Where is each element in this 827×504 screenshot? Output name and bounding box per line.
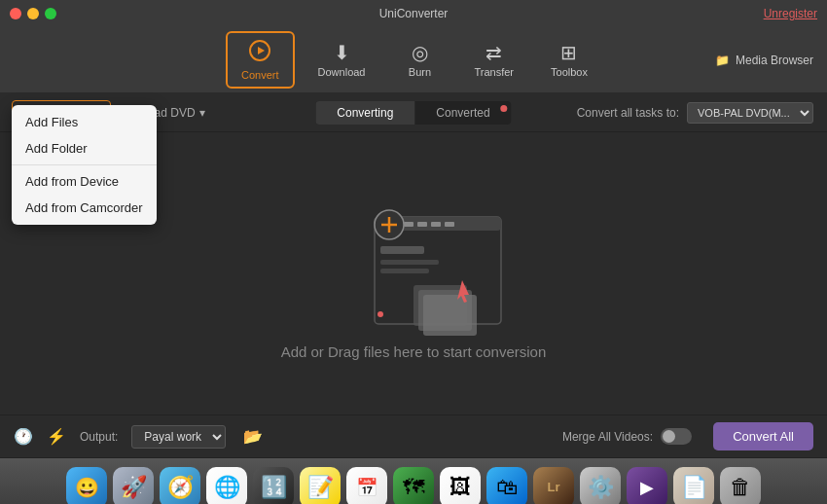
close-button[interactable]: [10, 8, 21, 19]
tab-converting[interactable]: Converting: [315, 101, 414, 125]
dock-calculator[interactable]: 🔢: [253, 467, 294, 505]
launchpad-icon: 🚀: [121, 475, 147, 500]
chrome-icon: 🌐: [214, 475, 240, 500]
media-browser[interactable]: 📁 Media Browser: [715, 54, 813, 67]
svg-marker-1: [258, 47, 265, 54]
dropdown-add-files[interactable]: Add Files: [12, 109, 157, 135]
output-label: Output:: [80, 430, 118, 444]
burn-icon: ◎: [412, 43, 428, 62]
dock-files[interactable]: 📄: [673, 467, 714, 505]
dock-launchpad[interactable]: 🚀: [113, 467, 154, 505]
dock-photos[interactable]: 🖼: [440, 467, 481, 505]
dropdown-divider: [12, 164, 157, 165]
output-select[interactable]: Payal work: [131, 425, 226, 449]
convert-icon: [248, 39, 271, 65]
dock-safari[interactable]: 🧭: [160, 467, 200, 505]
trash-icon: 🗑: [730, 475, 751, 500]
unregister-button[interactable]: Unregister: [764, 7, 817, 20]
dock-finder[interactable]: 😀: [66, 467, 107, 505]
dock-system-preferences[interactable]: ⚙️: [580, 467, 621, 505]
svg-rect-7: [445, 222, 454, 227]
dock: 😀 🚀 🧭 🌐 🔢 📝 📅 🗺 🖼 🛍 Lr ⚙️ ▶ 📄 🗑: [0, 457, 827, 504]
top-nav: Convert ⬇ Download ◎ Burn ⇄ Transfer ⊞ T…: [0, 27, 827, 93]
convert-all-tasks: Convert all tasks to: VOB-PAL DVD(M...: [577, 102, 813, 124]
svg-rect-9: [380, 260, 439, 265]
convert-all-button[interactable]: Convert All: [713, 422, 813, 450]
notes-icon: 📝: [307, 475, 334, 500]
svg-rect-8: [380, 246, 424, 254]
app-title: UniConverter: [379, 7, 449, 20]
svg-rect-6: [431, 222, 441, 227]
dock-lightroom[interactable]: Lr: [533, 467, 574, 505]
nav-transfer[interactable]: ⇄ Transfer: [460, 37, 527, 84]
maximize-button[interactable]: [45, 8, 56, 19]
syspref-icon: ⚙️: [588, 475, 614, 500]
tab-group: Converting Converted: [315, 101, 511, 125]
maps-icon: 🗺: [403, 475, 424, 500]
tab-converted[interactable]: Converted: [414, 101, 511, 125]
nav-convert-label: Convert: [241, 69, 279, 81]
calculator-icon: 🔢: [261, 475, 287, 500]
dropdown-add-folder[interactable]: Add Folder: [12, 135, 157, 162]
dock-calendar[interactable]: 📅: [346, 467, 387, 505]
svg-rect-4: [404, 222, 414, 227]
merge-toggle[interactable]: [661, 428, 692, 445]
uniconverter-dock-icon: ▶: [640, 477, 654, 498]
window-controls: [10, 8, 56, 19]
calendar-icon: 📅: [356, 477, 378, 498]
svg-rect-5: [417, 222, 427, 227]
folder-icon[interactable]: 📂: [243, 427, 263, 446]
dock-chrome[interactable]: 🌐: [206, 467, 247, 505]
dock-maps[interactable]: 🗺: [393, 467, 434, 505]
nav-download-label: Download: [318, 66, 366, 78]
dock-trash[interactable]: 🗑: [720, 467, 761, 505]
merge-videos-label: Merge All Videos:: [562, 430, 653, 444]
convert-all-tasks-label: Convert all tasks to:: [577, 106, 679, 120]
media-browser-icon: 📁: [715, 54, 730, 67]
converted-notification-dot: [501, 105, 508, 112]
toolbox-icon: ⊞: [560, 43, 577, 62]
lightroom-icon: Lr: [548, 480, 560, 494]
dock-uniconverter[interactable]: ▶: [627, 467, 667, 505]
clock-icon[interactable]: 🕐: [14, 427, 33, 446]
drop-text: Add or Drag files here to start conversi…: [281, 343, 547, 360]
tab-converting-label: Converting: [337, 106, 393, 120]
minimize-button[interactable]: [27, 8, 39, 19]
nav-transfer-label: Transfer: [474, 66, 514, 78]
safari-icon: 🧭: [167, 475, 194, 500]
load-dvd-arrow: ▾: [199, 106, 205, 120]
dock-appstore[interactable]: 🛍: [486, 467, 527, 505]
bottom-bar: 🕐 ⚡ Output: Payal work 📂 Merge All Video…: [0, 414, 827, 457]
download-icon: ⬇: [334, 43, 350, 62]
svg-point-11: [378, 311, 383, 317]
nav-burn-label: Burn: [409, 66, 431, 78]
merge-label: Merge All Videos: Convert All: [562, 422, 813, 450]
format-select[interactable]: VOB-PAL DVD(M...: [687, 102, 813, 124]
appstore-icon: 🛍: [496, 475, 518, 500]
flash-icon[interactable]: ⚡: [47, 427, 66, 446]
photos-icon: 🖼: [449, 475, 471, 500]
tab-converted-label: Converted: [436, 106, 489, 120]
svg-rect-14: [423, 295, 477, 336]
dropdown-add-camcorder[interactable]: Add from Camcorder: [12, 195, 157, 221]
nav-toolbox[interactable]: ⊞ Toolbox: [537, 37, 601, 84]
nav-items: Convert ⬇ Download ◎ Burn ⇄ Transfer ⊞ T…: [226, 31, 601, 89]
dock-notes[interactable]: 📝: [300, 467, 341, 505]
svg-rect-10: [380, 269, 429, 273]
nav-burn[interactable]: ◎ Burn: [388, 37, 450, 84]
drop-illustration: [316, 188, 511, 343]
dropdown-add-device[interactable]: Add from Device: [12, 168, 157, 195]
files-icon: 📄: [681, 475, 707, 500]
transfer-icon: ⇄: [485, 43, 502, 62]
add-files-dropdown-menu: Add Files Add Folder Add from Device Add…: [12, 105, 157, 225]
nav-toolbox-label: Toolbox: [551, 66, 588, 78]
nav-convert[interactable]: Convert: [226, 31, 295, 89]
nav-download[interactable]: ⬇ Download: [305, 37, 379, 84]
title-bar: UniConverter Unregister: [0, 0, 827, 27]
finder-icon: 😀: [75, 476, 99, 499]
media-browser-label: Media Browser: [736, 54, 813, 67]
